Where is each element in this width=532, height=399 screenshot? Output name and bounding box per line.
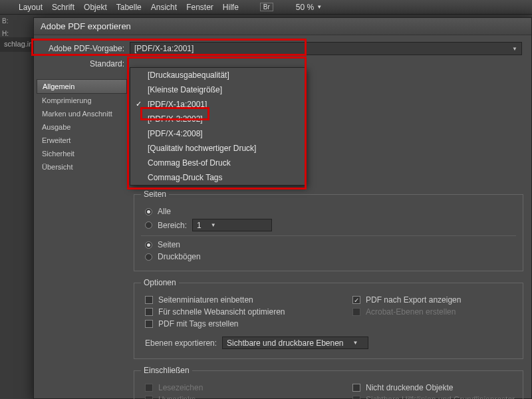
sidebar-item-komprimierung[interactable]: Komprimierung [37,94,127,107]
radio-alle[interactable] [145,208,152,215]
chk-nichtdr[interactable] [352,384,360,392]
chk-hyperlinks-label: Hyperlinks [158,395,196,399]
check-icon: ✓ [136,100,142,108]
radio-alle-label: Alle [158,207,171,216]
radio-bereich-label: Bereich: [158,221,187,230]
app-menubar: Layout Schrift Objekt Tabelle Ansicht Fe… [0,0,532,15]
chevron-down-icon: ▼ [353,340,358,346]
einschliessen-group: Einschließen Lesezeichen Hyperlinks Nich… [134,366,523,399]
preset-label: Adobe PDF-Vorgabe: [43,44,130,53]
preset-option[interactable]: [PDF/X-3:2002] [130,112,305,126]
layers-label: Ebenen exportieren: [145,338,217,348]
menu-tabelle[interactable]: Tabelle [116,3,142,12]
bridge-button[interactable]: Br [260,3,273,11]
radio-seiten[interactable] [145,241,152,249]
sidebar-item-allgemein[interactable]: Allgemein [37,79,127,94]
chk-lesezeichen-label: Lesezeichen [158,383,203,392]
preset-option[interactable]: [Qualitativ hochwertiger Druck] [130,141,305,156]
radio-druckboegen-label: Druckbögen [158,252,201,261]
preset-option[interactable]: [PDF/X-4:2008] [130,126,305,141]
chk-acrobat [352,308,360,316]
document-tab[interactable]: schlag.in [0,37,37,52]
chk-acrobat-label: Acrobat-Ebenen erstellen [366,307,456,317]
chevron-down-icon: ▼ [211,222,216,228]
zoom-combo[interactable]: 50 %▼ [296,3,322,12]
chk-lesezeichen [145,384,153,392]
seiten-legend: Seiten [141,190,169,199]
sidebar-item-uebersicht[interactable]: Übersicht [37,160,127,174]
radio-seiten-label: Seiten [158,240,180,249]
optionen-legend: Optionen [141,278,179,287]
layers-combo[interactable]: Sichtbare und druckbare Ebenen▼ [222,336,368,349]
preset-combo[interactable]: [PDF/X-1a:2001] ▼ [130,42,522,55]
chk-hilfslinien-label: Sichtbare Hilfslinien und Grundlinienras… [366,395,515,399]
general-panel: Seiten Alle Bereich: 1▼ Seiten Druckböge… [134,190,523,399]
sidebar-item-ausgabe[interactable]: Ausgabe [37,120,127,134]
dialog-title: Adobe PDF exportieren [34,18,531,35]
menu-layout[interactable]: Layout [19,3,43,12]
preset-value: [PDF/X-1a:2001] [134,44,194,53]
chk-thumb-label: Seitenminiaturen einbetten [158,295,253,305]
preset-option[interactable]: Commag-Druck Tags [130,170,305,185]
section-sidebar: Allgemein Komprimierung Marken und Ansch… [37,79,127,174]
einschliessen-legend: Einschließen [141,366,192,375]
menu-schrift[interactable]: Schrift [52,3,74,12]
chk-viewpdf-label: PDF nach Export anzeigen [366,295,461,305]
preset-option[interactable]: [Druckausgabequalität] [130,68,305,82]
bereich-combo[interactable]: 1▼ [192,219,272,231]
radio-bereich[interactable] [145,221,152,229]
menu-fenster[interactable]: Fenster [186,3,213,12]
chevron-down-icon: ▼ [512,46,517,52]
chk-fastweb[interactable] [145,308,153,316]
chk-nichtdr-label: Nicht druckende Objekte [366,383,453,392]
sidebar-item-marken[interactable]: Marken und Anschnitt [37,107,127,120]
optionen-group: Optionen Seitenminiaturen einbetten Für … [134,278,523,359]
preset-option[interactable]: Commag Best-of Druck [130,156,305,170]
preset-option[interactable]: [Kleinste Dateigröße] [130,82,305,97]
chk-fastweb-label: Für schnelle Webansicht optimieren [158,307,285,317]
chk-tags[interactable] [145,320,153,328]
chk-tags-label: PDF mit Tags erstellen [158,319,239,329]
sidebar-item-sicherheit[interactable]: Sicherheit [37,147,127,160]
chk-viewpdf[interactable] [352,296,360,304]
seiten-group: Seiten Alle Bereich: 1▼ Seiten Druckböge… [134,190,523,271]
chevron-down-icon: ▼ [317,4,322,10]
chk-hilfslinien [352,396,360,399]
export-pdf-dialog: Adobe PDF exportieren Adobe PDF-Vorgabe:… [33,17,532,399]
preset-option[interactable]: ✓[PDF/X-1a:2001] [130,97,305,112]
menu-ansicht[interactable]: Ansicht [151,3,177,12]
chk-hyperlinks [145,396,153,399]
b-label: B: [0,15,27,27]
menu-hilfe[interactable]: Hilfe [223,3,239,12]
preset-dropdown: [Druckausgabequalität] [Kleinste Dateigr… [130,67,306,186]
sidebar-item-erweitert[interactable]: Erweitert [37,134,127,147]
radio-druckboegen[interactable] [145,253,152,261]
standard-label: Standard: [43,59,130,68]
chk-thumb[interactable] [145,296,153,304]
menu-objekt[interactable]: Objekt [84,3,107,12]
